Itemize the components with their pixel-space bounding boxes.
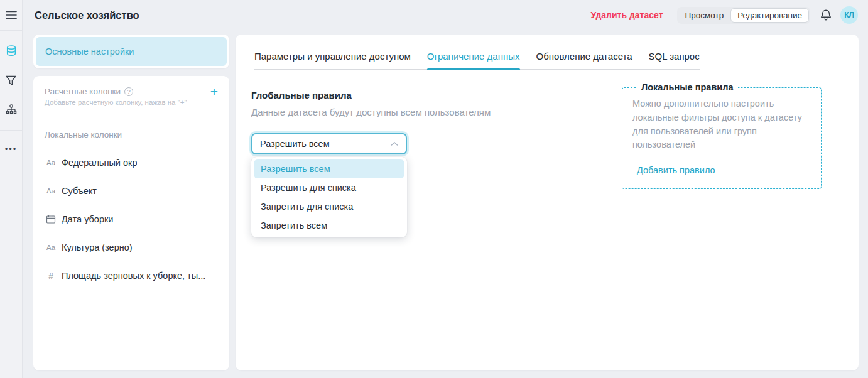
local-rules-description: Можно дополнительно настроить локальные … xyxy=(632,97,812,152)
sidebar-item-main-settings[interactable]: Основные настройки xyxy=(36,37,227,66)
top-bar: Сельское хозяйство Удалить датасет Просм… xyxy=(23,0,868,30)
menu-option-deny-all[interactable]: Запретить всем xyxy=(254,216,404,235)
column-item[interactable]: Аа Федеральный окр xyxy=(45,158,218,168)
menu-option-allow-list[interactable]: Разрешить для списка xyxy=(254,178,404,197)
database-icon[interactable] xyxy=(5,45,18,57)
local-rules-title: Локальные правила xyxy=(637,82,738,92)
column-label: Субъект xyxy=(62,186,97,196)
bell-icon[interactable] xyxy=(820,9,832,21)
string-type-icon: Аа xyxy=(45,187,57,195)
calendar-icon xyxy=(45,214,57,224)
menu-icon xyxy=(5,9,18,21)
menu-button[interactable] xyxy=(0,0,22,31)
global-rules-title: Глобальные правила xyxy=(251,90,491,100)
column-item[interactable]: Аа Культура (зерно) xyxy=(45,242,218,252)
add-column-button[interactable]: + xyxy=(210,87,218,96)
access-select-value: Разрешить всем xyxy=(260,139,330,149)
settings-card: Основные настройки xyxy=(33,35,229,68)
menu-option-allow-all[interactable]: Разрешить всем xyxy=(254,159,404,178)
content-area: Основные настройки Расчетные колонки ? +… xyxy=(23,30,868,378)
left-icon-rail: ••• xyxy=(0,0,23,378)
string-type-icon: Аа xyxy=(45,244,57,251)
column-label: Дата уборки xyxy=(62,214,113,224)
filter-icon[interactable] xyxy=(5,74,18,87)
global-rules-subtitle: Данные датасета будут доступны всем поль… xyxy=(251,107,491,117)
tab-sql-query[interactable]: SQL запрос xyxy=(649,51,700,69)
question-circle-icon[interactable]: ? xyxy=(124,87,133,96)
local-columns-label: Локальные колонки xyxy=(45,130,218,139)
chevron-up-icon xyxy=(391,141,398,146)
page-title: Сельское хозяйство xyxy=(35,9,139,21)
column-label: Культура (зерно) xyxy=(62,242,133,252)
delete-dataset-button[interactable]: Удалить датасет xyxy=(591,10,663,20)
sidebar: Основные настройки Расчетные колонки ? +… xyxy=(33,35,229,370)
tabs-row: Параметры и управление доступом Ограниче… xyxy=(254,51,700,70)
mode-toggle: Просмотр Редактирование xyxy=(677,7,811,24)
column-item[interactable]: Аа Субъект xyxy=(45,186,218,196)
more-icon[interactable]: ••• xyxy=(5,131,18,154)
mode-view-button[interactable]: Просмотр xyxy=(678,8,731,23)
rail-nav-group xyxy=(0,31,22,130)
tab-params-access[interactable]: Параметры и управление доступом xyxy=(254,51,411,69)
tab-dataset-update[interactable]: Обновление датасета xyxy=(536,51,632,69)
add-rule-link[interactable]: Добавить правило xyxy=(637,165,715,175)
menu-option-deny-list[interactable]: Запретить для списка xyxy=(254,197,404,216)
column-label: Федеральный окр xyxy=(62,158,137,168)
calc-columns-title: Расчетные колонки xyxy=(45,87,121,96)
column-item[interactable]: # Площадь зерновых к уборке, ты... xyxy=(45,271,218,281)
restriction-content: Глобальные правила Данные датасета будут… xyxy=(236,82,859,189)
main-panel: Параметры и управление доступом Ограниче… xyxy=(236,35,859,370)
access-select-menu: Разрешить всем Разрешить для списка Запр… xyxy=(251,157,407,237)
tab-data-restriction[interactable]: Ограничение данных xyxy=(427,51,520,69)
column-label: Площадь зерновых к уборке, ты... xyxy=(62,271,205,281)
access-select-wrap: Разрешить всем Разрешить всем Разрешить … xyxy=(251,133,407,154)
hierarchy-icon[interactable] xyxy=(5,104,18,116)
avatar[interactable]: КЛ xyxy=(840,6,858,24)
columns-card: Расчетные колонки ? + Добавьте расчетную… xyxy=(33,76,229,370)
column-item[interactable]: Дата уборки xyxy=(45,214,218,224)
access-select[interactable]: Разрешить всем xyxy=(251,133,407,154)
calc-columns-hint: Добавьте расчетную колонку, нажав на "+" xyxy=(45,99,218,106)
mode-edit-button[interactable]: Редактирование xyxy=(730,8,809,23)
number-type-icon: # xyxy=(45,271,57,281)
local-rules-box: Локальные правила Можно дополнительно на… xyxy=(622,82,822,189)
calc-columns-header: Расчетные колонки ? + xyxy=(45,87,218,96)
string-type-icon: Аа xyxy=(45,159,57,166)
global-rules-section: Глобальные правила Данные датасета будут… xyxy=(251,82,491,154)
